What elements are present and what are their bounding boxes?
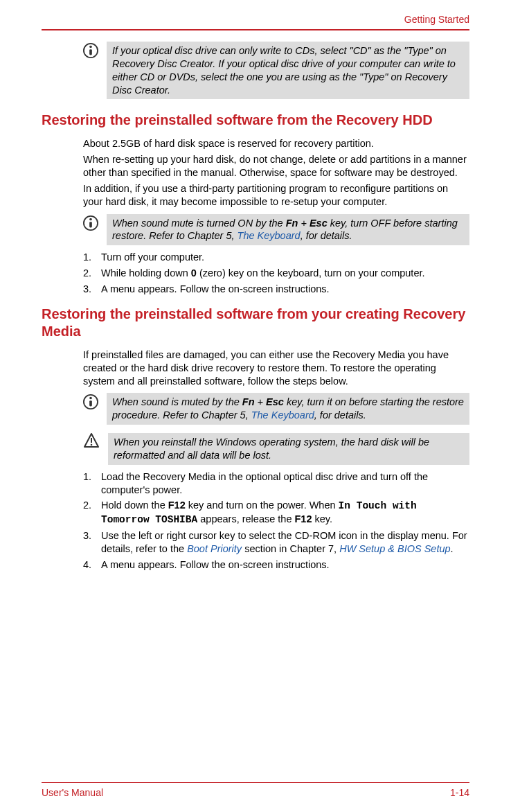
svg-rect-9: [91, 438, 92, 443]
heading-restoring-media: Restoring the preinstalled software from…: [42, 306, 469, 340]
svg-rect-5: [89, 222, 92, 227]
step-item: Load the Recovery Media in the optional …: [83, 470, 469, 497]
footer-page-number: 1-14: [450, 787, 469, 798]
info-icon: [83, 394, 98, 409]
svg-rect-8: [89, 401, 92, 407]
svg-point-1: [89, 46, 92, 48]
step-item: Turn off your computer.: [83, 251, 469, 264]
body-paragraph: About 2.5GB of hard disk space is reserv…: [83, 137, 469, 150]
body-paragraph: In addition, if you use a third-party pa…: [83, 182, 469, 209]
info-icon: [83, 43, 98, 58]
note-block-2: When sound mute is turned ON by the Fn +…: [83, 214, 469, 246]
footer-rule: [42, 782, 469, 784]
note-text-1: If your optical disc drive can only writ…: [107, 42, 469, 99]
svg-point-10: [91, 444, 93, 446]
warning-text: When you reinstall the Windows operating…: [108, 433, 469, 465]
steps-list-1: Turn off your computer. While holding do…: [83, 251, 469, 296]
note-text-2: When sound mute is turned ON by the Fn +…: [107, 214, 469, 246]
step-item: Use the left or right cursor key to sele…: [83, 529, 469, 556]
note-text-3: When sound is muted by the Fn + Esc key,…: [107, 393, 469, 425]
svg-point-7: [89, 397, 92, 400]
heading-restoring-hdd: Restoring the preinstalled software from…: [42, 112, 469, 129]
warning-icon: [83, 432, 100, 449]
step-item: A menu appears. Follow the on-screen ins…: [83, 558, 469, 572]
step-item: A menu appears. Follow the on-screen ins…: [83, 283, 469, 296]
svg-rect-2: [89, 49, 92, 55]
warning-block: When you reinstall the Windows operating…: [83, 433, 469, 465]
header-section-label: Getting Started: [404, 14, 469, 25]
note-block-1: If your optical disc drive can only writ…: [83, 42, 469, 99]
info-icon: [83, 215, 98, 231]
step-item: Hold down the F12 key and turn on the po…: [83, 499, 469, 527]
step-item: While holding down 0 (zero) key on the k…: [83, 267, 469, 280]
footer: User's Manual 1-14: [42, 782, 469, 799]
body-paragraph: When re-setting up your hard disk, do no…: [83, 153, 469, 179]
note-block-3: When sound is muted by the Fn + Esc key,…: [83, 393, 469, 425]
svg-point-4: [89, 218, 92, 220]
body-paragraph: If preinstalled files are damaged, you c…: [83, 348, 469, 388]
header-rule: [42, 29, 469, 30]
footer-left: User's Manual: [42, 787, 103, 798]
steps-list-2: Load the Recovery Media in the optional …: [83, 470, 469, 572]
